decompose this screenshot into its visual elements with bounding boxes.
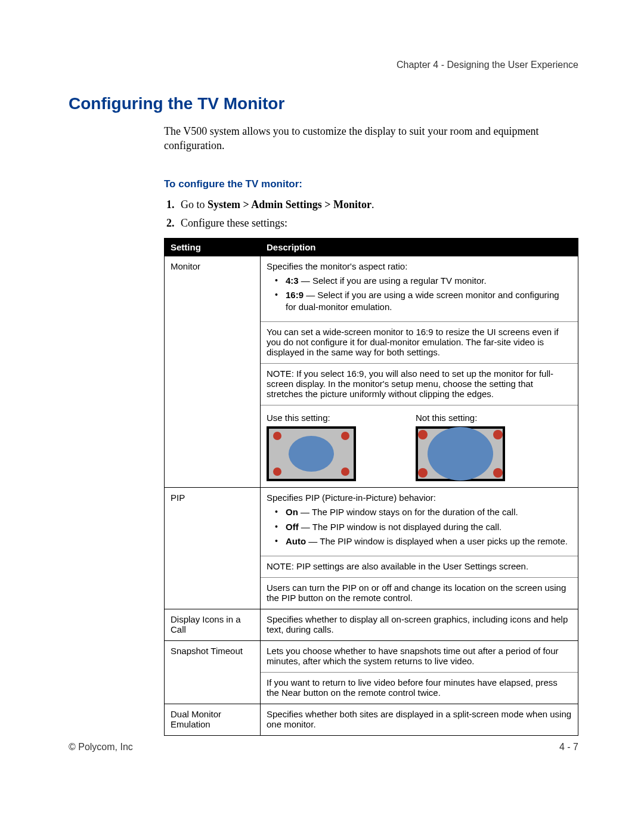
step-1: Go to System > Admin Settings > Monitor. bbox=[177, 199, 578, 211]
monitor-lead: Specifies the monitor's aspect ratio: bbox=[267, 261, 572, 271]
table-row: Dual Monitor Emulation Specifies whether… bbox=[165, 704, 578, 736]
pip-lead: Specifies PIP (Picture-in-Picture) behav… bbox=[267, 493, 572, 503]
setting-description: Specifies PIP (Picture-in-Picture) behav… bbox=[261, 488, 578, 609]
page-footer: © Polycom, Inc 4 - 7 bbox=[69, 742, 578, 753]
svg-point-13 bbox=[493, 468, 503, 478]
procedure-heading: To configure the TV monitor: bbox=[164, 178, 578, 190]
document-page: Chapter 4 - Designing the User Experienc… bbox=[0, 0, 644, 833]
pip-note-2: Users can turn the PIP on or off and cha… bbox=[261, 578, 578, 609]
footer-left: © Polycom, Inc bbox=[69, 742, 133, 753]
setting-name: Display Icons in a Call bbox=[165, 609, 261, 641]
step-2: Configure these settings: bbox=[177, 217, 578, 230]
monitor-note-2: NOTE: If you select 16:9, you will also … bbox=[261, 364, 578, 405]
pip-note-1: NOTE: PIP settings are also available in… bbox=[261, 556, 578, 577]
not-this-icon bbox=[416, 426, 505, 481]
table-row: Display Icons in a Call Specifies whethe… bbox=[165, 609, 578, 641]
settings-table: Setting Description Monitor Specifies th… bbox=[164, 238, 578, 736]
monitor-note-1: You can set a wide-screen monitor to 16:… bbox=[261, 322, 578, 363]
setting-name: PIP bbox=[165, 488, 261, 609]
use-this-icon bbox=[267, 426, 356, 481]
table-row: Snapshot Timeout Lets you choose whether… bbox=[165, 641, 578, 704]
col-setting: Setting bbox=[165, 238, 261, 256]
svg-point-6 bbox=[341, 467, 349, 476]
not-this-label: Not this setting: bbox=[416, 413, 535, 423]
setting-description: Specifies the monitor's aspect ratio: 4:… bbox=[261, 256, 578, 488]
setting-name: Dual Monitor Emulation bbox=[165, 704, 261, 736]
list-item: Off — The PIP window is not displayed du… bbox=[275, 521, 572, 533]
setting-description: Lets you choose whether to have snapshot… bbox=[261, 641, 578, 704]
procedure-steps: Go to System > Admin Settings > Monitor.… bbox=[164, 199, 578, 230]
svg-point-9 bbox=[428, 427, 493, 481]
svg-point-10 bbox=[418, 430, 428, 439]
section-title: Configuring the TV Monitor bbox=[69, 94, 578, 113]
table-row: PIP Specifies PIP (Picture-in-Picture) b… bbox=[165, 488, 578, 609]
svg-point-12 bbox=[418, 468, 428, 478]
footer-right: 4 - 7 bbox=[559, 742, 578, 753]
svg-point-3 bbox=[273, 432, 281, 440]
svg-point-5 bbox=[273, 467, 281, 476]
list-item: Auto — The PIP window is displayed when … bbox=[275, 535, 572, 547]
svg-point-4 bbox=[341, 432, 349, 440]
setting-description: Specifies whether both sites are display… bbox=[261, 704, 578, 736]
list-item: 4:3 — Select if you are using a regular … bbox=[275, 275, 572, 287]
step-1-path: System > Admin Settings > Monitor bbox=[208, 199, 371, 210]
setting-name: Snapshot Timeout bbox=[165, 641, 261, 704]
intro-paragraph: The V500 system allows you to customize … bbox=[164, 124, 578, 153]
svg-point-11 bbox=[493, 430, 503, 439]
chapter-heading: Chapter 4 - Designing the User Experienc… bbox=[69, 60, 578, 70]
list-item: 16:9 — Select if you are using a wide sc… bbox=[275, 289, 572, 314]
setting-description: Specifies whether to display all on-scre… bbox=[261, 609, 578, 641]
setting-name: Monitor bbox=[165, 256, 261, 488]
table-row: Monitor Specifies the monitor's aspect r… bbox=[165, 256, 578, 488]
use-this-label: Use this setting: bbox=[267, 413, 386, 423]
step-1-pre: Go to bbox=[181, 199, 208, 210]
step-1-post: . bbox=[371, 199, 374, 210]
col-description: Description bbox=[261, 238, 578, 256]
list-item: On — The PIP window stays on for the dur… bbox=[275, 506, 572, 518]
svg-point-2 bbox=[289, 436, 334, 472]
